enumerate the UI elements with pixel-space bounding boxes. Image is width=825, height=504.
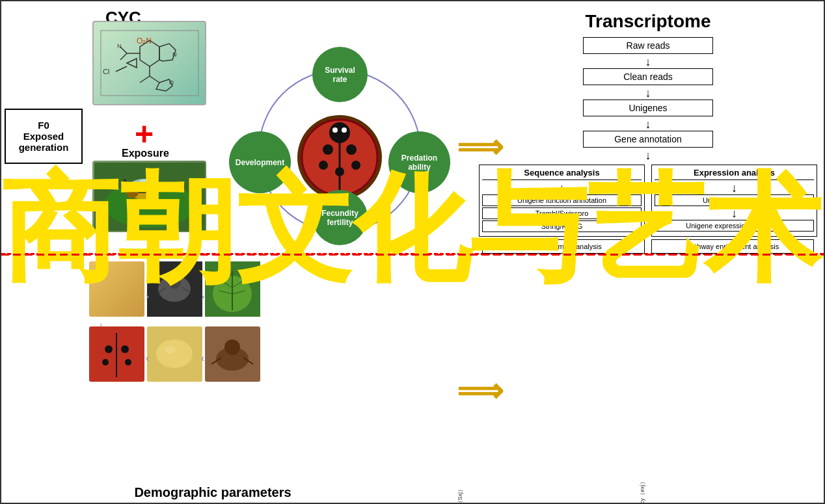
image-grid-top: [89, 261, 260, 317]
svg-point-37: [342, 127, 347, 133]
chemical-svg: O₂N Cl N N O: [98, 27, 202, 99]
survival-label: Survivalrate: [325, 66, 355, 84]
svg-point-35: [329, 122, 350, 143]
svg-point-24: [126, 185, 139, 198]
unigenes-box: Unigenes: [583, 99, 713, 116]
svg-point-32: [351, 161, 360, 170]
ladybug-svg: [301, 118, 379, 196]
bee-image: [92, 161, 206, 232]
svg-line-6: [120, 47, 127, 53]
svg-text:N: N: [117, 43, 122, 49]
transcriptome-flow: Transcriptome Raw reads ↓ Clean reads ↓ …: [479, 11, 817, 254]
svg-point-29: [323, 144, 333, 155]
egg-small-svg: [147, 326, 202, 382]
bee-svg: [94, 163, 205, 231]
img-dark-aphid: [147, 261, 202, 317]
development-node: Development: [229, 131, 291, 193]
fecundity-label: Fecundityfertility: [321, 209, 358, 227]
bottom-section: › › ↓: [1, 255, 824, 504]
main-container: CYC O₂N Cl N: [0, 0, 825, 504]
chevron-right-1: ›: [146, 291, 149, 302]
svg-line-8: [116, 66, 127, 72]
expression-analysis-title: Expression analysis: [655, 168, 814, 180]
red-dashed-line: [1, 254, 824, 256]
yellow-arrow-top: ⟹: [457, 128, 504, 166]
svg-point-52: [105, 345, 113, 353]
chevron-left-2: ‹: [201, 352, 204, 364]
arrow-down-4: ↓: [645, 150, 651, 161]
sequence-analysis-title: Sequence analysis: [482, 168, 642, 180]
string-kegg-box: String/KEGG: [482, 220, 642, 232]
survival-node: Survivalrate: [312, 47, 368, 102]
brown-insect-svg: [205, 326, 260, 382]
raw-reads-box: Raw reads: [583, 37, 713, 54]
expression-col: Expression analysis ↓ Unigene expression…: [651, 165, 817, 237]
expr-arrow-2: ↓: [655, 207, 814, 219]
svg-point-26: [124, 179, 126, 181]
unigene-function-box: Unigene function annotation: [482, 194, 642, 206]
svg-point-36: [332, 127, 338, 133]
expr-arrow-1: ↓: [655, 182, 814, 194]
svg-point-53: [121, 345, 129, 353]
pathway-enrichment-box: Pathway enrichment analysis: [651, 239, 814, 254]
ladybug-small-svg: [89, 326, 144, 382]
svg-marker-9: [127, 59, 137, 68]
svg-text:N: N: [172, 51, 177, 58]
img-brown-insect: [205, 326, 260, 382]
chemical-structure: O₂N Cl N N O: [92, 21, 206, 105]
arrow-down-2: ↓: [645, 87, 651, 99]
unigene-expression-box: Unigene expression: [655, 194, 814, 206]
aphid-svg: [147, 261, 202, 317]
clean-reads-box: Clean reads: [583, 68, 713, 85]
img-egg-small: [147, 326, 202, 382]
go-row: GO enrichment analysis Pathway enrichmen…: [482, 239, 814, 254]
fecundity-node: Fecundityfertility: [312, 190, 368, 245]
svg-point-59: [165, 346, 175, 354]
circle-area-top: Survivalrate Development Predationabilit…: [223, 47, 457, 235]
trembl-box: Trembl/Swisspro: [482, 207, 642, 219]
img-yellow: [89, 261, 144, 317]
svg-point-55: [125, 359, 131, 365]
img-ladybug-small: [89, 326, 144, 382]
exposure-label: Exposure: [122, 148, 169, 159]
svg-text:Cl: Cl: [103, 68, 109, 75]
sequence-col: Sequence analysis ↓ Unigene function ann…: [479, 165, 645, 237]
go-enrichment-box: GO enrichment analysis: [482, 239, 645, 254]
svg-line-5: [120, 53, 127, 60]
flow-center: Raw reads ↓ Clean reads ↓ Unigenes ↓ Gen…: [479, 37, 817, 162]
svg-point-30: [346, 144, 357, 155]
chevron-left-1: ‹: [146, 352, 149, 364]
svg-point-40: [168, 276, 181, 289]
y-axis-label-life: Life expectancy（exj）: [638, 479, 647, 504]
svg-text:O: O: [169, 79, 174, 86]
predation-node: Predationability: [388, 131, 450, 193]
leaf-svg: [205, 261, 260, 317]
transcriptome-title: Transcriptome: [479, 11, 817, 32]
svg-point-58: [156, 339, 193, 368]
arrow-down-3: ↓: [645, 118, 651, 130]
svg-point-31: [319, 161, 328, 170]
arrow-down-1: ↓: [645, 56, 651, 68]
chevron-right-2: ›: [201, 291, 204, 302]
analysis-row: Sequence analysis ↓ Unigene function ann…: [479, 165, 817, 237]
predation-label: Predationability: [401, 153, 437, 172]
y-axis-label-survival: Survival rate（Sxj）: [456, 486, 465, 504]
img-leaf: [205, 261, 260, 317]
seq-arrow-1: ↓: [482, 182, 642, 194]
ladybug-image: [297, 115, 382, 200]
development-label: Development: [236, 158, 284, 167]
image-grid-bottom: [89, 326, 260, 382]
svg-point-62: [224, 339, 240, 355]
annotation-box: Gene annotation: [583, 131, 713, 148]
svg-point-54: [102, 359, 109, 365]
f0-box: F0Exposed generation: [5, 109, 83, 164]
f0-label: F0Exposed generation: [6, 120, 81, 153]
svg-line-13: [150, 76, 159, 83]
svg-line-12: [140, 76, 150, 83]
unigene-diff-box: Unigene expression difference: [655, 220, 814, 232]
demographic-label: Demographic parameters: [66, 485, 359, 500]
yellow-arrow-bottom: ⟹: [457, 372, 504, 410]
top-section: CYC O₂N Cl N: [1, 1, 824, 255]
